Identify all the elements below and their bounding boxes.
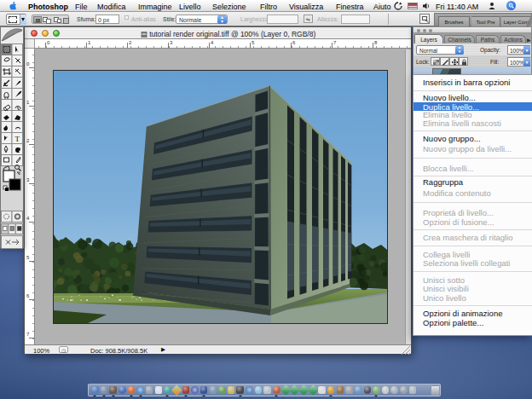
svg-text:T: T: [15, 135, 20, 143]
